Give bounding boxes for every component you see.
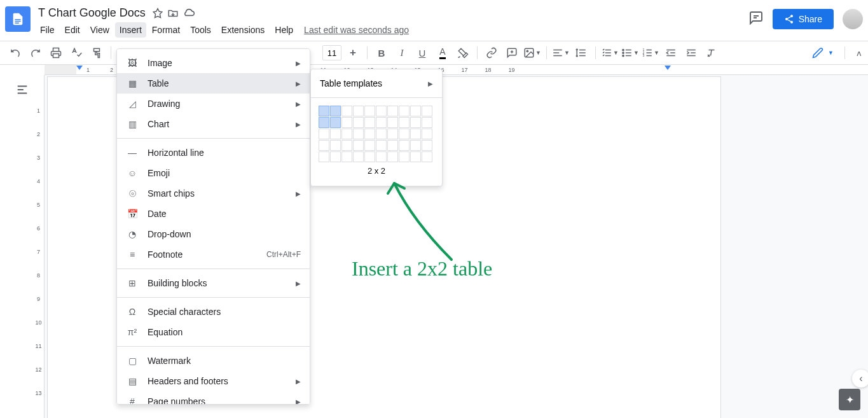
menu-item-watermark[interactable]: ▢Watermark bbox=[117, 351, 310, 371]
menu-help[interactable]: Help bbox=[270, 22, 298, 38]
menu-item-page-numbers[interactable]: #Page numbers▶ bbox=[117, 391, 310, 405]
grid-cell[interactable] bbox=[319, 151, 329, 162]
grid-cell[interactable] bbox=[330, 117, 341, 128]
grid-cell[interactable] bbox=[364, 129, 375, 139]
grid-cell[interactable] bbox=[341, 106, 352, 116]
grid-cell[interactable] bbox=[422, 129, 432, 139]
checklist-button[interactable]: ▼ bbox=[601, 44, 619, 62]
increase-indent-button[interactable] bbox=[682, 44, 700, 62]
add-comment-button[interactable] bbox=[503, 44, 521, 62]
insert-image-button[interactable]: ▼ bbox=[523, 44, 541, 62]
table-grid[interactable] bbox=[319, 106, 434, 162]
explore-button[interactable]: ✦ bbox=[839, 389, 860, 410]
move-icon[interactable] bbox=[167, 8, 179, 19]
indent-marker-left[interactable] bbox=[76, 66, 83, 70]
grid-cell[interactable] bbox=[319, 106, 329, 116]
grid-cell[interactable] bbox=[364, 106, 375, 116]
ruler-vertical[interactable]: 12345678910111213 bbox=[33, 75, 45, 418]
menu-item-hline[interactable]: ―Horizontal line bbox=[117, 143, 310, 163]
grid-cell[interactable] bbox=[387, 106, 398, 116]
menu-item-emoji[interactable]: ☺Emoji bbox=[117, 163, 310, 183]
grid-cell[interactable] bbox=[410, 140, 421, 151]
menu-item-dropdown[interactable]: ◔Drop-down bbox=[117, 224, 310, 244]
grid-cell[interactable] bbox=[387, 140, 398, 151]
menu-item-footnote[interactable]: ≡FootnoteCtrl+Alt+F bbox=[117, 244, 310, 265]
grid-cell[interactable] bbox=[341, 151, 352, 162]
menu-item-date[interactable]: 📅Date bbox=[117, 204, 310, 224]
grid-cell[interactable] bbox=[422, 106, 432, 116]
grid-cell[interactable] bbox=[376, 117, 387, 128]
grid-cell[interactable] bbox=[422, 117, 432, 128]
grid-cell[interactable] bbox=[353, 151, 364, 162]
decrease-indent-button[interactable] bbox=[662, 44, 680, 62]
menu-item-special-chars[interactable]: ΩSpecial characters bbox=[117, 302, 310, 322]
menu-item-image[interactable]: 🖼Image▶ bbox=[117, 53, 310, 73]
menu-format[interactable]: Format bbox=[148, 22, 184, 38]
bold-button[interactable]: B bbox=[373, 44, 390, 62]
menu-insert[interactable]: Insert bbox=[115, 22, 146, 38]
paint-format-button[interactable] bbox=[88, 44, 106, 62]
grid-cell[interactable] bbox=[319, 129, 329, 139]
grid-cell[interactable] bbox=[330, 129, 341, 139]
clear-formatting-button[interactable] bbox=[703, 44, 720, 62]
grid-cell[interactable] bbox=[330, 106, 341, 116]
last-edit-link[interactable]: Last edit was seconds ago bbox=[304, 25, 409, 35]
grid-cell[interactable] bbox=[353, 106, 364, 116]
grid-cell[interactable] bbox=[399, 129, 410, 139]
undo-button[interactable] bbox=[6, 44, 24, 62]
grid-cell[interactable] bbox=[364, 140, 375, 151]
menu-edit[interactable]: Edit bbox=[60, 22, 85, 38]
grid-cell[interactable] bbox=[353, 140, 364, 151]
grid-cell[interactable] bbox=[341, 140, 352, 151]
grid-cell[interactable] bbox=[319, 140, 329, 151]
side-panel-toggle[interactable]: ‹ bbox=[852, 370, 868, 387]
grid-cell[interactable] bbox=[387, 117, 398, 128]
spellcheck-button[interactable] bbox=[67, 44, 85, 62]
menu-item-equation[interactable]: π²Equation bbox=[117, 322, 310, 342]
collapse-toolbar-button[interactable]: ʌ bbox=[857, 48, 862, 58]
line-spacing-button[interactable] bbox=[572, 44, 590, 62]
underline-button[interactable]: U bbox=[413, 44, 431, 62]
grid-cell[interactable] bbox=[422, 151, 432, 162]
submenu-item-table-templates[interactable]: Table templates ▶ bbox=[311, 73, 442, 94]
grid-cell[interactable] bbox=[353, 117, 364, 128]
grid-cell[interactable] bbox=[330, 151, 341, 162]
print-button[interactable] bbox=[47, 44, 65, 62]
bulleted-list-button[interactable]: ▼ bbox=[621, 44, 639, 62]
menu-item-building-blocks[interactable]: ⊞Building blocks▶ bbox=[117, 273, 310, 293]
grid-cell[interactable] bbox=[410, 117, 421, 128]
editing-mode-button[interactable]: ▼ bbox=[806, 44, 839, 62]
indent-marker-right[interactable] bbox=[665, 66, 671, 70]
menu-tools[interactable]: Tools bbox=[186, 22, 216, 38]
menu-file[interactable]: File bbox=[36, 22, 59, 38]
grid-cell[interactable] bbox=[410, 106, 421, 116]
avatar[interactable] bbox=[843, 9, 863, 29]
italic-button[interactable]: I bbox=[393, 44, 411, 62]
grid-cell[interactable] bbox=[410, 151, 421, 162]
grid-cell[interactable] bbox=[399, 117, 410, 128]
grid-cell[interactable] bbox=[341, 129, 352, 139]
grid-cell[interactable] bbox=[364, 117, 375, 128]
grid-cell[interactable] bbox=[330, 140, 341, 151]
grid-cell[interactable] bbox=[376, 140, 387, 151]
font-size-input[interactable] bbox=[322, 45, 341, 60]
grid-cell[interactable] bbox=[410, 129, 421, 139]
grid-cell[interactable] bbox=[399, 151, 410, 162]
numbered-list-button[interactable]: 123▼ bbox=[642, 44, 659, 62]
grid-cell[interactable] bbox=[387, 129, 398, 139]
cloud-status-icon[interactable] bbox=[183, 7, 195, 20]
grid-cell[interactable] bbox=[341, 117, 352, 128]
grid-cell[interactable] bbox=[376, 129, 387, 139]
grid-cell[interactable] bbox=[387, 151, 398, 162]
insert-link-button[interactable] bbox=[483, 44, 500, 62]
grid-cell[interactable] bbox=[364, 151, 375, 162]
share-button[interactable]: Share bbox=[773, 9, 834, 29]
menu-view[interactable]: View bbox=[86, 22, 114, 38]
grid-cell[interactable] bbox=[376, 151, 387, 162]
grid-cell[interactable] bbox=[422, 140, 432, 151]
grid-cell[interactable] bbox=[353, 129, 364, 139]
highlight-button[interactable] bbox=[454, 44, 472, 62]
grid-cell[interactable] bbox=[399, 140, 410, 151]
star-icon[interactable] bbox=[152, 8, 163, 19]
table-size-grid[interactable]: 2 x 2 bbox=[311, 102, 442, 182]
